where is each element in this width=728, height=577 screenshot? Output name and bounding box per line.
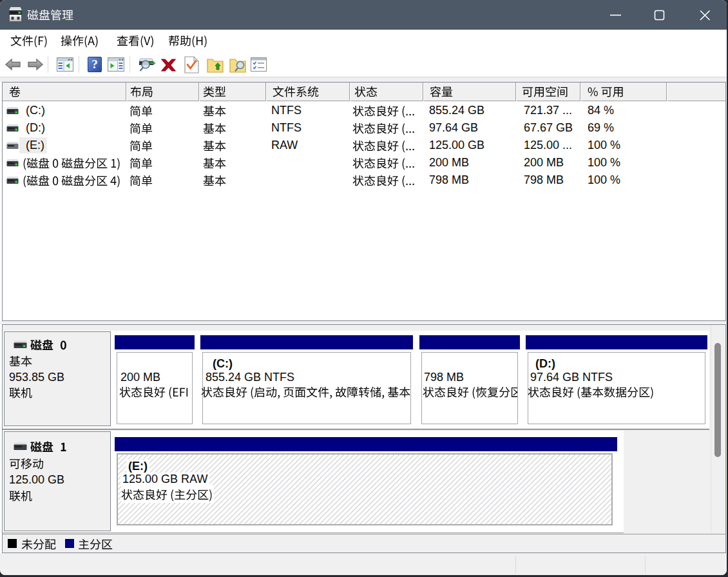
svg-text:?: ? <box>91 57 98 71</box>
